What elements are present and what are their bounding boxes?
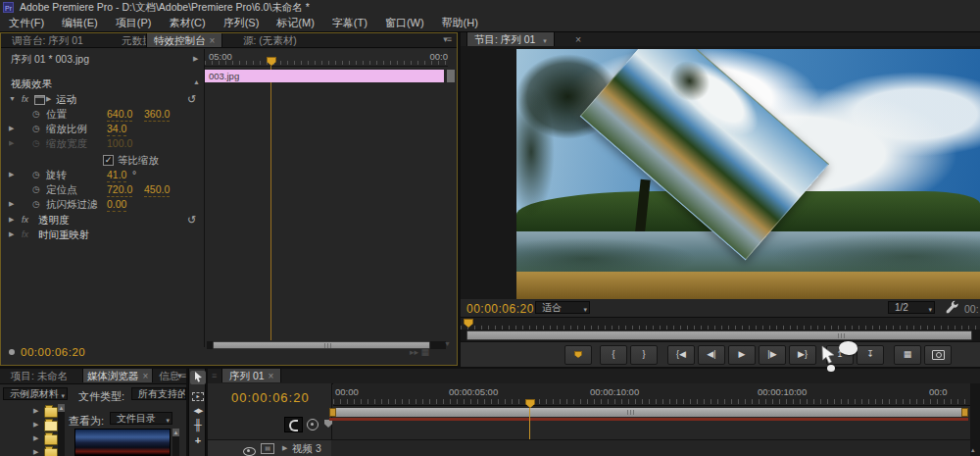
menu-project[interactable]: 项目(P) bbox=[107, 15, 161, 31]
program-hscroll-thumb[interactable] bbox=[466, 330, 972, 340]
play-button[interactable]: ▶ bbox=[728, 345, 756, 365]
timeline-timecode[interactable]: 00:00:06:20 bbox=[231, 390, 310, 405]
chevron-down-icon[interactable]: ▾ bbox=[543, 37, 547, 44]
checkbox-checked-icon[interactable]: ✓ bbox=[103, 155, 114, 166]
work-area-grip[interactable] bbox=[627, 410, 635, 415]
stopwatch-icon[interactable]: ◷ bbox=[32, 122, 40, 135]
playback-resolution-select[interactable]: 1/2 ▾ bbox=[888, 301, 935, 314]
program-hscroll-track[interactable] bbox=[461, 329, 980, 341]
position-x-value[interactable]: 640.0 bbox=[107, 107, 132, 122]
tree-vscroll[interactable]: ▲ bbox=[58, 404, 65, 456]
close-icon[interactable]: × bbox=[568, 32, 588, 46]
collapse-section-icon[interactable]: ▲ bbox=[193, 78, 200, 85]
work-area-end-handle[interactable] bbox=[961, 408, 968, 417]
step-forward-button[interactable]: |▶ bbox=[759, 345, 786, 365]
tab-effect-controls[interactable]: 特效控制台× bbox=[146, 33, 222, 47]
clip-bar[interactable]: 003.jpg bbox=[205, 70, 444, 82]
scroll-up-icon[interactable]: ▴ bbox=[971, 446, 975, 454]
rolling-edit-tool[interactable]: ╫ bbox=[190, 418, 206, 431]
tab-media-browser[interactable]: 媒体浏览器× bbox=[82, 369, 153, 382]
scroll-down-icon[interactable]: ▼ bbox=[444, 340, 451, 347]
ripple-edit-tool[interactable]: ◀▶ bbox=[190, 404, 206, 418]
tab-project[interactable]: 项目: 未命名 bbox=[4, 369, 74, 382]
program-mini-timeline[interactable] bbox=[461, 317, 980, 330]
chevron-right-icon[interactable]: ▶ bbox=[9, 122, 14, 135]
tab-source[interactable]: 源: (无素材) bbox=[236, 33, 304, 47]
track-content-video3[interactable] bbox=[331, 439, 970, 456]
menu-marker[interactable]: 标记(M) bbox=[268, 15, 323, 31]
rotation-value[interactable]: 41.0 bbox=[107, 168, 126, 182]
extract-button[interactable]: ↧ bbox=[857, 345, 884, 365]
tab-sequence-01[interactable]: 序列 01× bbox=[221, 369, 281, 382]
menu-file[interactable]: 文件(F) bbox=[0, 15, 53, 31]
chevron-right-icon[interactable]: ▶ bbox=[9, 197, 14, 211]
scroll-up-icon[interactable]: ▲ bbox=[172, 429, 179, 436]
toggle-track-output[interactable] bbox=[243, 444, 256, 456]
go-to-in-button[interactable]: {◀ bbox=[667, 345, 695, 365]
stopwatch-icon[interactable]: ◷ bbox=[32, 197, 40, 211]
effect-hscroll-thumb[interactable] bbox=[213, 341, 430, 349]
chevron-right-icon[interactable]: ▶ bbox=[33, 448, 38, 456]
chevron-right-icon[interactable]: ▶ bbox=[33, 434, 38, 442]
menu-clip[interactable]: 素材(C) bbox=[160, 15, 214, 31]
menu-edit[interactable]: 编辑(E) bbox=[53, 15, 107, 31]
wrench-icon[interactable] bbox=[945, 300, 958, 314]
tree-item[interactable]: ▶ bbox=[0, 404, 55, 417]
panel-menu-icon[interactable]: ▾≡ bbox=[177, 371, 185, 380]
tab-audio-mixer[interactable]: 调音台: 序列 01 bbox=[5, 33, 90, 47]
anchor-y-value[interactable]: 450.0 bbox=[144, 182, 170, 197]
chevron-right-icon[interactable]: ▶ bbox=[9, 168, 14, 181]
effect-mini-ruler[interactable]: 05:00 00:0 bbox=[205, 49, 448, 67]
multicam-button[interactable]: ▦ bbox=[894, 345, 921, 365]
thumb-vscroll[interactable]: ▲ bbox=[172, 429, 179, 456]
snap-toggle[interactable] bbox=[284, 417, 303, 432]
effect-panel-timecode[interactable]: 00:00:06:20 bbox=[21, 346, 85, 358]
panel-menu-icon[interactable]: ▾≡ bbox=[443, 34, 451, 44]
file-type-select[interactable]: 所有支持的 bbox=[131, 387, 186, 400]
program-video-frame[interactable] bbox=[516, 49, 980, 299]
chevron-right-icon[interactable]: ▶ bbox=[282, 444, 287, 452]
go-to-out-button[interactable]: ▶} bbox=[789, 345, 816, 365]
mark-out-button[interactable]: } bbox=[630, 345, 658, 365]
timeline-view-toggle-icon[interactable]: ▶ bbox=[193, 55, 198, 63]
reset-icon[interactable]: ↺ bbox=[187, 92, 196, 106]
effect-vscroll-thumb[interactable] bbox=[447, 70, 455, 82]
chevron-right-icon[interactable]: ▶ bbox=[33, 421, 38, 429]
chapter-marker-button[interactable] bbox=[307, 419, 318, 431]
position-y-value[interactable]: 360.0 bbox=[144, 107, 170, 122]
tree-item[interactable]: ▶ bbox=[0, 445, 55, 456]
work-area-start-handle[interactable] bbox=[329, 408, 336, 417]
timeline-playhead-marker[interactable] bbox=[525, 399, 535, 408]
tab-program[interactable]: 节目: 序列 01 ▾ bbox=[466, 32, 555, 46]
media-thumbnail[interactable] bbox=[74, 429, 171, 456]
zoom-level-select[interactable]: 适合 ▾ bbox=[535, 301, 590, 314]
track-label[interactable]: 视频 3 bbox=[292, 442, 321, 456]
close-icon[interactable]: × bbox=[210, 35, 216, 46]
mark-in-button[interactable]: { bbox=[600, 345, 627, 365]
stopwatch-icon[interactable]: ◷ bbox=[32, 168, 40, 181]
view-as-select[interactable]: 文件目录 ▾ bbox=[110, 412, 172, 425]
step-back-button[interactable]: ◀| bbox=[698, 345, 725, 365]
source-directory-select[interactable]: 示例原材料 ▾ bbox=[3, 387, 68, 400]
work-area-bar[interactable] bbox=[333, 408, 964, 417]
timeline-ruler[interactable]: 00:00 00:00:05:00 00:00:10:00 00:00:10:0… bbox=[333, 383, 970, 406]
selection-tool[interactable] bbox=[190, 371, 206, 384]
track-select-tool[interactable]: ▸ bbox=[190, 388, 206, 402]
track-thumbnail-icon[interactable]: ▤ bbox=[261, 443, 274, 454]
scale-value[interactable]: 34.0 bbox=[107, 122, 126, 136]
scroll-up-icon[interactable]: ▲ bbox=[58, 404, 65, 412]
stopwatch-icon[interactable]: ◷ bbox=[32, 107, 40, 121]
chevron-down-icon[interactable]: ▼ bbox=[9, 92, 16, 106]
menu-sequence[interactable]: 序列(S) bbox=[215, 15, 269, 31]
menu-window[interactable]: 窗口(W) bbox=[376, 15, 433, 31]
chevron-right-icon[interactable]: ▶ bbox=[9, 228, 14, 241]
menu-title[interactable]: 字幕(T) bbox=[323, 15, 376, 31]
tree-item[interactable]: ▶ bbox=[0, 418, 55, 431]
lift-button[interactable]: ↥ bbox=[826, 345, 854, 365]
anchor-x-value[interactable]: 720.0 bbox=[107, 182, 132, 197]
menu-help[interactable]: 帮助(H) bbox=[433, 15, 487, 31]
timeline-vscroll[interactable]: ▴ bbox=[970, 383, 980, 456]
close-icon[interactable]: × bbox=[269, 371, 274, 381]
rate-stretch-tool[interactable]: + bbox=[190, 433, 206, 447]
reset-icon[interactable]: ↺ bbox=[187, 213, 196, 227]
